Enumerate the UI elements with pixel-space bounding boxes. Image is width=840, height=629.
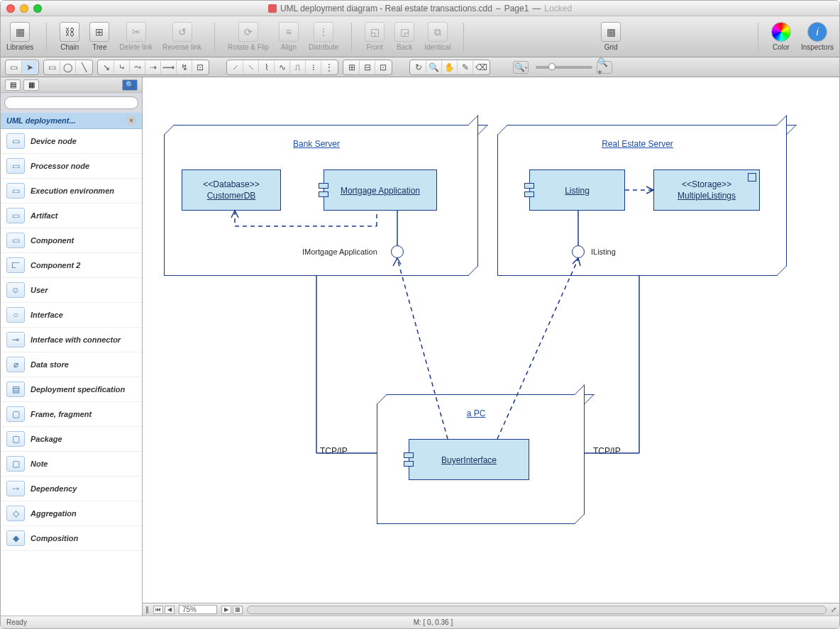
locked-indicator: Locked — [544, 4, 572, 13]
path-tool-5[interactable]: ⎍ — [290, 61, 306, 74]
front-button[interactable]: ◱Front — [365, 22, 385, 51]
titlebar: UML deployment diagram - Real estate tra… — [1, 1, 839, 16]
lib-item-deployment-spec[interactable]: ▤Deployment specification — [1, 377, 142, 402]
lib-item-user[interactable]: ☺User — [1, 278, 142, 303]
lib-item-composition[interactable]: ◆Composition — [1, 526, 142, 551]
delete-link-button[interactable]: ✂Delete link — [119, 22, 153, 51]
component-mortgage-app[interactable]: Mortgage Application — [324, 169, 437, 211]
back-button[interactable]: ◲Back — [394, 22, 414, 51]
view-mode-1[interactable]: ▤ — [5, 79, 21, 91]
group-tool-2[interactable]: ⊟ — [360, 61, 375, 74]
connector-tool-7[interactable]: ⊡ — [192, 61, 208, 74]
reverse-link-button[interactable]: ↺Reverse link — [162, 22, 201, 51]
lib-item-component[interactable]: ▭Component — [1, 228, 142, 253]
group-tool-3[interactable]: ⊡ — [375, 61, 391, 74]
zoom-value[interactable]: 75% — [179, 605, 217, 614]
tree-button[interactable]: ⊞Tree — [89, 22, 109, 51]
connector-tool-1[interactable]: ↘ — [99, 61, 114, 74]
grid-button[interactable]: ▦Grid — [601, 22, 621, 51]
lib-item-interface-connector[interactable]: ⊸Interface with connector — [1, 328, 142, 352]
library-header: ▤ ▦ 🔍 — [1, 77, 142, 93]
library-sidebar: ▤ ▦ 🔍 UML deployment... × ▭Device node ▭… — [1, 77, 143, 616]
lib-search-toggle[interactable]: 🔍 — [122, 79, 138, 91]
diagram-canvas[interactable]: Bank Server <<Database>> CustomerDB Mort… — [143, 77, 839, 603]
rect-tool[interactable]: ▭ — [45, 61, 60, 74]
lib-item-data-store[interactable]: ⌀Data store — [1, 352, 142, 377]
view-mode-2[interactable]: ▦ — [23, 79, 39, 91]
page-first-button[interactable]: ⏮ — [153, 606, 163, 614]
lib-item-dependency[interactable]: ⤍Dependency — [1, 477, 142, 501]
component-multiple-listings[interactable]: <<Storage>> MultipleListings — [653, 169, 760, 211]
connector-tool-4[interactable]: ⇢ — [145, 61, 161, 74]
page-next-button[interactable]: ▶ — [221, 606, 231, 614]
aggregation-icon: ◇ — [6, 506, 25, 521]
interface-ilisting[interactable] — [572, 245, 585, 258]
lib-item-package[interactable]: ▢Package — [1, 427, 142, 452]
path-tool-3[interactable]: ⌇ — [259, 61, 275, 74]
lib-item-device-node[interactable]: ▭Device node — [1, 129, 142, 154]
back-icon: ◲ — [394, 22, 414, 42]
path-tool-2[interactable]: ⟍ — [243, 61, 259, 74]
distribute-button[interactable]: ⋮Distribute — [309, 22, 338, 51]
connector-tool-2[interactable]: ⤷ — [114, 61, 130, 74]
zoom-in-button[interactable]: 🔍+ — [597, 61, 612, 74]
library-title-bar[interactable]: UML deployment... × — [1, 113, 142, 129]
pan-tool[interactable]: ✋ — [442, 61, 458, 74]
lib-item-frame[interactable]: ▢Frame, fragment — [1, 402, 142, 427]
lib-item-execution-env[interactable]: ▭Execution environmen — [1, 179, 142, 204]
group-tool-1[interactable]: ⊞ — [344, 61, 360, 74]
execution-env-icon: ▭ — [6, 183, 25, 199]
zoom-slider[interactable] — [536, 61, 592, 74]
lib-item-interface[interactable]: ○Interface — [1, 303, 142, 328]
lib-item-processor-node[interactable]: ▭Processor node — [1, 154, 142, 179]
path-tool-1[interactable]: ⟋ — [228, 61, 243, 74]
libraries-icon: ▦ — [10, 22, 30, 42]
connector-tool-5[interactable]: ⟿ — [161, 61, 177, 74]
component-listing[interactable]: Listing — [529, 169, 625, 211]
identical-button[interactable]: ⧉Identical — [424, 22, 451, 51]
erase-tool[interactable]: ⌫ — [473, 61, 489, 74]
zoom-out-button[interactable]: 🔍- — [513, 61, 529, 74]
status-coords: M: [ 0, 0.36 ] — [414, 618, 453, 626]
eyedropper-tool[interactable]: ✎ — [458, 61, 473, 74]
page-name: Page1 — [504, 4, 529, 13]
ellipse-tool[interactable]: ◯ — [60, 61, 76, 74]
split-handle-icon[interactable]: ‖ — [145, 606, 149, 613]
rotate-flip-button[interactable]: ⟳Rotate & Flip — [228, 22, 269, 51]
separator — [46, 23, 47, 51]
page-tabs-icon[interactable]: ▦ — [233, 606, 243, 614]
connector-tool-6[interactable]: ↯ — [177, 61, 192, 74]
interface-imortgage[interactable] — [391, 245, 404, 258]
status-ready: Ready — [1, 618, 27, 626]
library-close-icon[interactable]: × — [126, 116, 136, 126]
lib-item-aggregation[interactable]: ◇Aggregation — [1, 501, 142, 526]
arrow-tool[interactable]: ➤ — [22, 61, 38, 74]
dependency-icon: ⤍ — [6, 481, 25, 496]
lib-item-artifact[interactable]: ▭Artifact — [1, 204, 142, 228]
path-tool-6[interactable]: ⫶ — [306, 61, 321, 74]
separator — [463, 23, 464, 51]
component-buyer-interface[interactable]: BuyerInterface — [409, 439, 529, 480]
chain-button[interactable]: ⛓Chain — [60, 22, 79, 51]
page-nav-2: ▶ ▦ — [221, 606, 243, 614]
path-tool-7[interactable]: ⋮ — [321, 61, 337, 74]
lib-item-component-2[interactable]: ⫍Component 2 — [1, 253, 142, 278]
component-customer-db[interactable]: <<Database>> CustomerDB — [182, 169, 281, 211]
node-title: Real Estate Server — [498, 135, 777, 153]
color-button[interactable]: Color — [771, 22, 791, 51]
resize-handle-icon[interactable]: ⤢ — [831, 606, 836, 613]
pointer-tool[interactable]: ▭ — [6, 61, 22, 74]
page-prev-button[interactable]: ◀ — [165, 606, 175, 614]
view-tool-1[interactable]: ↻ — [411, 61, 426, 74]
path-tool-4[interactable]: ∿ — [275, 61, 290, 74]
zoom-tool[interactable]: 🔍 — [426, 61, 442, 74]
library-search-input[interactable] — [4, 96, 138, 109]
libraries-button[interactable]: ▦ Libraries — [6, 22, 33, 51]
lib-item-note[interactable]: ▢Note — [1, 452, 142, 477]
delete-link-icon: ✂ — [126, 22, 146, 42]
horizontal-scrollbar[interactable] — [247, 606, 827, 614]
align-button[interactable]: ≡Align — [279, 22, 299, 51]
connector-tool-3[interactable]: ⤳ — [130, 61, 145, 74]
line-tool[interactable]: ╲ — [76, 61, 92, 74]
inspectors-button[interactable]: iInspectors — [801, 22, 834, 51]
